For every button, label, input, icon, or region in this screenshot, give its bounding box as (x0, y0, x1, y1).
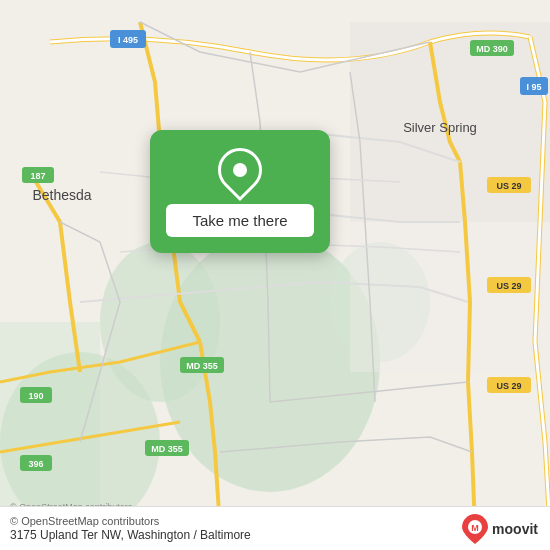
svg-text:MD 355: MD 355 (151, 444, 183, 454)
svg-text:MD 355: MD 355 (186, 361, 218, 371)
location-pin-icon (209, 139, 271, 201)
pin-inner (233, 163, 247, 177)
svg-text:US 29: US 29 (496, 281, 521, 291)
moovit-icon: M (462, 514, 488, 544)
moovit-logo: M moovit (462, 514, 538, 544)
svg-text:Bethesda: Bethesda (32, 187, 91, 203)
take-me-there-button[interactable]: Take me there (166, 204, 314, 237)
svg-text:396: 396 (28, 459, 43, 469)
svg-text:190: 190 (28, 391, 43, 401)
svg-text:US 29: US 29 (496, 381, 521, 391)
popup-card: Take me there (150, 130, 330, 253)
svg-text:187: 187 (30, 171, 45, 181)
svg-text:M: M (471, 523, 479, 533)
moovit-text: moovit (492, 521, 538, 537)
svg-text:MD 390: MD 390 (476, 44, 508, 54)
attribution-text: © OpenStreetMap contributors (10, 515, 251, 527)
bottom-bar: © OpenStreetMap contributors 3175 Upland… (0, 506, 550, 550)
address-text: 3175 Upland Ter NW, Washington / Baltimo… (10, 528, 251, 542)
map-container: I 495 I 95 MD 390 US 29 US 29 US 29 MD 3… (0, 0, 550, 550)
svg-text:I 95: I 95 (526, 82, 541, 92)
svg-text:US 29: US 29 (496, 181, 521, 191)
map-svg: I 495 I 95 MD 390 US 29 US 29 US 29 MD 3… (0, 0, 550, 550)
svg-text:I 495: I 495 (118, 35, 138, 45)
svg-text:Silver Spring: Silver Spring (403, 120, 477, 135)
